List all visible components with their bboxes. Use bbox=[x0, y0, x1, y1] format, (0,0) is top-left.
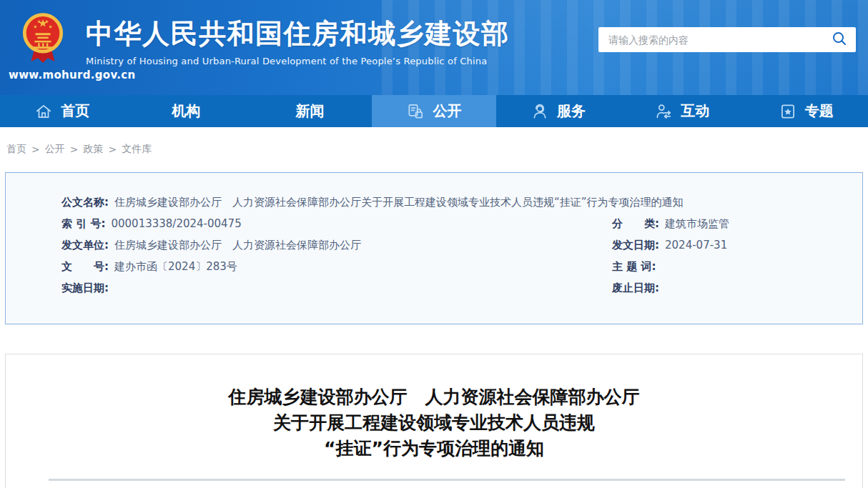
breadcrumb-library[interactable]: 文件库 bbox=[122, 143, 152, 156]
person-arrows-icon bbox=[654, 102, 673, 121]
nav-item-topics[interactable]: 专题 bbox=[744, 95, 868, 127]
meta-label-repeal-date: 废止日期: bbox=[612, 277, 659, 299]
meta-value-issue-date: 2024-07-31 bbox=[665, 234, 727, 256]
nav-label: 公开 bbox=[433, 101, 461, 121]
meta-label-index-number: 索 引 号: bbox=[61, 213, 105, 234]
meta-row: 发文单位: 住房城乡建设部办公厅 人力资源社会保障部办公厅 发文日期: 2024… bbox=[6, 234, 862, 256]
nav-label: 互动 bbox=[681, 101, 709, 121]
nav-item-services[interactable]: 服务 bbox=[496, 95, 620, 127]
document-title-line-2: 关于开展工程建设领域专业技术人员违规 bbox=[273, 412, 595, 433]
site-url: www.mohurd.gov.cn bbox=[9, 69, 135, 81]
document-title: 住房城乡建设部办公厅 人力资源社会保障部办公厅 关于开展工程建设领域专业技术人员… bbox=[6, 384, 862, 462]
headset-person-icon bbox=[531, 102, 549, 121]
breadcrumb-separator: > bbox=[108, 144, 117, 155]
meta-label-doc-number: 文 号: bbox=[61, 256, 109, 277]
home-icon bbox=[34, 102, 53, 121]
docs-lock-icon bbox=[406, 102, 425, 121]
china-national-emblem-icon bbox=[21, 12, 65, 69]
breadcrumb-home[interactable]: 首页 bbox=[6, 143, 26, 156]
meta-row: 实施日期: 废止日期: bbox=[6, 277, 862, 299]
nav-item-home[interactable]: 首页 bbox=[0, 95, 124, 127]
title-divider bbox=[49, 479, 845, 481]
nav-label: 服务 bbox=[557, 101, 586, 121]
nav-item-org[interactable]: 机构 bbox=[124, 95, 247, 127]
meta-label-impl-date: 实施日期: bbox=[61, 277, 109, 299]
search-button[interactable] bbox=[829, 31, 856, 49]
breadcrumb-open[interactable]: 公开 bbox=[45, 143, 65, 156]
meta-label-issuer: 发文单位: bbox=[61, 234, 109, 256]
site-title-block: 中华人民共和国住房和城乡建设部 Ministry of Housing and … bbox=[86, 19, 510, 66]
document-metadata-card: 公文名称: 住房城乡建设部办公厅 人力资源社会保障部办公厅关于开展工程建设领域专… bbox=[5, 172, 863, 324]
meta-label-issue-date: 发文日期: bbox=[612, 234, 659, 256]
document-title-line-3: “挂证”行为专项治理的通知 bbox=[324, 438, 544, 459]
meta-value-doc-name: 住房城乡建设部办公厅 人力资源社会保障部办公厅关于开展工程建设领域专业技术人员违… bbox=[114, 191, 684, 213]
meta-row: 索 引 号: 000013338/2024-00475 分 类: 建筑市场监管 bbox=[6, 213, 862, 234]
site-subtitle: Ministry of Housing and Urban-Rural Deve… bbox=[86, 56, 510, 66]
meta-label-subject-words: 主 题 词: bbox=[612, 256, 656, 277]
document-title-line-1: 住房城乡建设部办公厅 人力资源社会保障部办公厅 bbox=[229, 387, 640, 407]
nav-label: 新闻 bbox=[296, 101, 325, 121]
nav-item-interaction[interactable]: 互动 bbox=[620, 95, 744, 127]
star-page-icon bbox=[779, 102, 797, 121]
meta-value-index-number: 000013338/2024-00475 bbox=[111, 213, 241, 234]
nav-label: 首页 bbox=[61, 101, 89, 121]
breadcrumb-separator: > bbox=[70, 144, 79, 155]
meta-value-issuer: 住房城乡建设部办公厅 人力资源社会保障部办公厅 bbox=[114, 234, 361, 256]
site-title: 中华人民共和国住房和城乡建设部 bbox=[86, 19, 510, 50]
meta-label-category: 分 类: bbox=[612, 213, 659, 234]
nav-item-news[interactable]: 新闻 bbox=[248, 95, 372, 127]
meta-row-doc-name: 公文名称: 住房城乡建设部办公厅 人力资源社会保障部办公厅关于开展工程建设领域专… bbox=[6, 191, 862, 213]
nav-label: 专题 bbox=[805, 101, 834, 121]
breadcrumb-separator: > bbox=[31, 144, 40, 155]
breadcrumb-policy[interactable]: 政策 bbox=[83, 143, 103, 156]
main-nav: 首页 机构 新闻 公开 服务 bbox=[0, 95, 868, 127]
search-box bbox=[598, 27, 856, 52]
site-header: 中华人民共和国住房和城乡建设部 Ministry of Housing and … bbox=[0, 0, 868, 95]
meta-row: 文 号: 建办市函〔2024〕283号 主 题 词: bbox=[6, 256, 862, 277]
nav-label: 机构 bbox=[172, 101, 200, 121]
document-body-card: 住房城乡建设部办公厅 人力资源社会保障部办公厅 关于开展工程建设领域专业技术人员… bbox=[5, 354, 863, 488]
nav-item-open[interactable]: 公开 bbox=[372, 95, 495, 127]
meta-label-doc-name: 公文名称: bbox=[61, 191, 109, 213]
meta-value-doc-number: 建办市函〔2024〕283号 bbox=[114, 256, 237, 277]
meta-value-category: 建筑市场监管 bbox=[665, 213, 729, 234]
breadcrumb: 首页 > 公开 > 政策 > 文件库 bbox=[0, 127, 868, 156]
search-input[interactable] bbox=[598, 27, 829, 52]
search-icon bbox=[832, 31, 847, 49]
